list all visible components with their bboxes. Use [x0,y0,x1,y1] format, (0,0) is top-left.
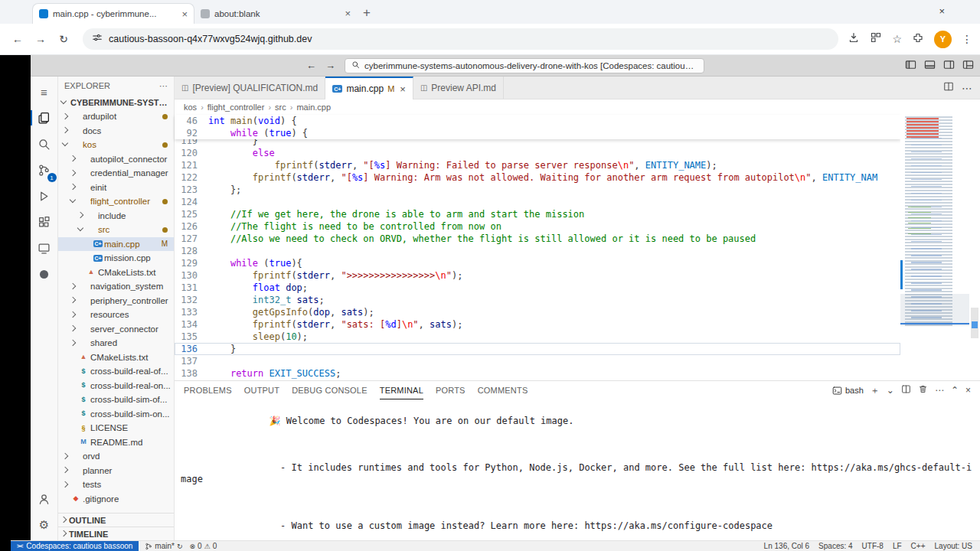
code-line[interactable]: 121 fprintf(stderr, "[%s] Warning: Faile… [175,159,900,171]
remote-explorer-icon[interactable] [34,237,55,259]
terminal-instance-item[interactable]: bash [832,386,864,396]
breadcrumb-item[interactable]: main.cpp [286,103,331,112]
tree-item[interactable]: periphery_controller [58,294,174,308]
window-close-icon[interactable]: × [939,5,945,17]
kill-terminal-trash-icon[interactable] [918,384,928,396]
tree-item[interactable]: src [58,223,174,237]
new-tab-button[interactable]: + [363,5,371,21]
problems-status-item[interactable]: ⊗ 0 ⚠ 0 [189,542,217,550]
code-line[interactable]: 124 [175,196,900,208]
branch-status-item[interactable]: main* ↻ [145,542,182,550]
code-line[interactable]: 138 return EXIT_SUCCESS; [175,367,900,380]
browser-forward-button[interactable]: → [31,29,51,49]
search-icon[interactable] [34,133,55,155]
panel-tab[interactable]: PROBLEMS [184,381,232,399]
tab-close-icon[interactable]: × [345,8,351,19]
toggle-sidebar-icon[interactable] [905,59,916,73]
profile-avatar[interactable]: Y [934,31,952,48]
minimap-slider[interactable] [900,294,969,326]
terminal[interactable]: 🎉 Welcome to Codespaces! You are on our … [175,399,980,540]
extensions-puzzle-icon[interactable] [912,31,924,47]
panel-tab[interactable]: COMMENTS [478,381,528,399]
code-editor[interactable]: 119 } 120 else 121 fprintf(stderr, "[%s]… [175,115,980,380]
tree-item[interactable]: orvd [58,449,174,464]
tree-item[interactable]: $ cross-build-sim-of... [58,393,174,407]
tree-item[interactable]: flight_controller [58,194,174,209]
tree-item[interactable]: ◆ .gitignore [58,492,174,507]
command-center[interactable]: cyberimmune-systems-autonomous-delivery-… [345,58,704,73]
browser-back-button[interactable]: ← [8,29,28,49]
terminal-dropdown-icon[interactable]: ⌄ [887,386,894,395]
editor-forward-icon[interactable]: → [325,60,335,71]
outline-section[interactable]: OUTLINE [58,513,174,527]
browser-reload-button[interactable]: ↻ [54,29,74,49]
code-line[interactable]: 125 //If we get here, the drone is able … [175,208,900,220]
code-line[interactable]: 136 } [175,343,900,355]
code-lines[interactable]: 119 } 120 else 121 fprintf(stderr, "[%s]… [175,115,900,380]
code-line[interactable]: 132 int32_t sats; [175,294,900,306]
panel-tab[interactable]: OUTPUT [244,381,279,399]
code-line[interactable]: 131 float dop; [175,282,900,294]
browser-tab[interactable]: about:blank × [194,3,357,24]
panel-more-actions-icon[interactable]: ⋯ [935,386,944,395]
menu-icon[interactable]: ≡ [34,81,55,103]
tree-item[interactable]: einit [58,181,174,195]
code-line[interactable]: 129 while (true){ [175,257,900,269]
code-line[interactable]: 134 fprintf(stderr, "sats: [%d]\n", sats… [175,318,900,331]
editor-tab[interactable]: C+ main.cpp M × [325,77,413,99]
editor-more-actions-icon[interactable]: ⋯ [962,82,972,94]
tree-item[interactable]: server_connector [58,322,174,337]
split-terminal-icon[interactable] [901,384,911,396]
code-line[interactable]: 135 sleep(10); [175,331,900,343]
tree-item[interactable]: $ cross-build-sim-on... [58,407,174,422]
tree-item[interactable]: credential_manager [58,166,174,181]
minimap[interactable] [900,115,969,380]
code-line[interactable]: 120 else [175,147,900,159]
address-bar[interactable]: cautious-bassoon-q4x77wxvg524wjq.github.… [83,28,838,50]
tree-item[interactable]: ▲ CMakeLists.txt [58,266,174,280]
editor-tab[interactable]: ◫ [Preview] QUALIFICATION.md [175,77,325,99]
split-editor-icon[interactable] [943,81,954,94]
tree-item[interactable]: $ cross-build-real-on... [58,379,174,393]
tree-item[interactable]: include [58,209,174,223]
tree-item[interactable]: tests [58,478,174,492]
breadcrumb-item[interactable]: src [264,103,286,112]
code-line[interactable]: 122 fprintf(stderr, "[%s] Warning: Arm w… [175,171,900,184]
close-tab-icon[interactable]: × [400,83,406,95]
breadcrumb-item[interactable]: flight_controller [197,103,264,112]
code-line[interactable]: 137 [175,355,900,367]
customize-layout-icon[interactable] [962,59,974,73]
tree-item[interactable]: resources [58,308,174,322]
code-line[interactable]: 133 getGpsInfo(dop, sats); [175,306,900,318]
download-icon[interactable] [848,31,860,47]
tree-item[interactable]: § LICENSE [58,421,174,435]
tree-item[interactable]: shared [58,336,174,350]
toggle-secondary-sidebar-icon[interactable] [943,59,955,73]
tree-item[interactable]: ardupilot [58,109,174,124]
explorer-icon[interactable] [34,107,55,129]
status-bar-item[interactable]: LF [893,542,902,550]
tree-item[interactable]: kos [58,138,174,152]
browser-tab[interactable]: main.cpp - cyberimmune... × [32,3,194,24]
code-line[interactable]: 128 [175,245,900,257]
settings-gear-icon[interactable]: ⚙ [34,514,55,536]
tree-item[interactable]: ▲ CMakeLists.txt [58,350,174,365]
editor-back-icon[interactable]: ← [306,60,316,71]
tree-item[interactable]: navigation_system [58,279,174,294]
source-control-icon[interactable]: 1 [34,159,55,181]
code-line[interactable]: 126 //The flight is need to be controlle… [175,220,900,233]
panel-tab[interactable]: TERMINAL [380,381,423,399]
site-info-icon[interactable] [92,33,103,46]
close-panel-icon[interactable]: × [965,386,971,395]
tab-close-icon[interactable]: × [181,8,188,20]
code-line[interactable]: 123 }; [175,184,900,196]
tree-item[interactable]: C+ main.cpp M [58,237,174,252]
status-bar-item[interactable]: Ln 136, Col 6 [764,542,810,550]
tree-item[interactable]: $ cross-build-real-of... [58,364,174,379]
live-share-icon[interactable] [34,263,55,285]
tree-item[interactable]: C+ mission.cpp [58,251,174,266]
tree-item[interactable]: autopilot_connector [58,152,174,167]
code-line[interactable]: 130 fprintf(stderr, ">>>>>>>>>>>>>>>>\n"… [175,269,900,282]
new-terminal-icon[interactable]: ＋ [871,386,880,395]
accounts-icon[interactable] [34,488,55,510]
